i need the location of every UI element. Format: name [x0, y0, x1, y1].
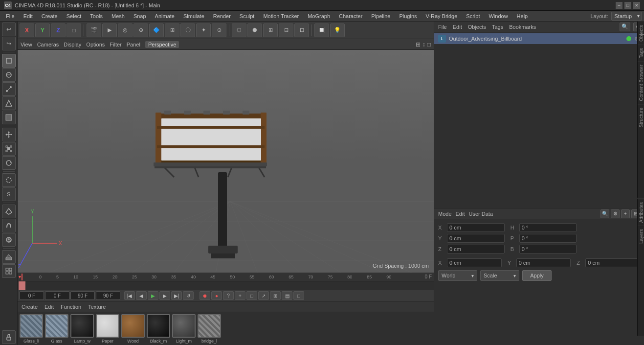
world-dropdown[interactable]: World	[438, 270, 477, 281]
vtab-structure[interactable]: Structure	[638, 104, 644, 131]
goto-end-button[interactable]: ▶|	[171, 291, 182, 300]
viewport-uv-button[interactable]: ⊡	[294, 23, 309, 37]
z2-field[interactable]: 0 cm	[585, 258, 640, 267]
viewport-side-button[interactable]: ⊟	[279, 23, 293, 37]
timeline-playhead[interactable]	[19, 281, 25, 290]
menu-select[interactable]: Select	[63, 12, 86, 20]
x2-field[interactable]: 0 cm	[447, 258, 502, 267]
grid-button[interactable]	[2, 264, 16, 278]
attr-search-icon[interactable]: 🔍	[600, 209, 609, 218]
record-button[interactable]: 🎬	[87, 23, 101, 37]
object-visible-dot[interactable]	[626, 36, 631, 41]
render-to-picture-button[interactable]: 💡	[330, 23, 345, 37]
material-glass-li[interactable]: Glass_li	[20, 314, 43, 344]
bend-button[interactable]: S	[2, 233, 16, 247]
obj-bookmarks-menu[interactable]: Bookmarks	[507, 24, 538, 30]
y-mode-button[interactable]: Y	[35, 23, 50, 37]
menu-vray[interactable]: V-Ray Bridge	[422, 12, 462, 20]
menu-sculpt[interactable]: Sculpt	[236, 12, 259, 20]
mat-texture-menu[interactable]: Texture	[86, 304, 108, 310]
menu-tools[interactable]: Tools	[86, 12, 107, 20]
layout-dropdown[interactable]: Startup ▾	[611, 12, 642, 21]
menu-mograph[interactable]: MoGraph	[304, 12, 334, 20]
x-pos-field[interactable]: 0 cm	[447, 223, 505, 232]
attr-user-data-menu[interactable]: User Data	[469, 211, 493, 217]
h-rot-field[interactable]: 0 °	[519, 223, 577, 232]
camera7-button[interactable]: ✦	[196, 23, 211, 37]
all-axis-button[interactable]: □	[67, 23, 81, 37]
menu-simulate[interactable]: Simulate	[179, 12, 208, 20]
vtab-objects[interactable]: Objects	[638, 22, 644, 45]
z-mode-button[interactable]: Z	[51, 23, 66, 37]
menu-help[interactable]: Help	[513, 12, 532, 20]
p-rot-field[interactable]: 0 °	[519, 234, 577, 243]
current-frame-field[interactable]: 0 F	[45, 291, 69, 300]
play-button[interactable]: ▶	[148, 291, 158, 300]
y-pos-field[interactable]: 0 cm	[447, 234, 505, 243]
attr-mode-menu[interactable]: Mode	[438, 211, 452, 217]
menu-character[interactable]: Character	[335, 12, 366, 20]
menu-motion-tracker[interactable]: Motion Tracker	[259, 12, 303, 20]
attr-add-icon[interactable]: +	[621, 209, 630, 218]
move-obj-button[interactable]: S	[2, 187, 16, 201]
material-black-m[interactable]: Black_m	[147, 314, 170, 344]
next-frame-button[interactable]: ▶	[159, 291, 170, 300]
menu-pipeline[interactable]: Pipeline	[367, 12, 394, 20]
menu-file[interactable]: File	[2, 12, 19, 20]
floor-icon-button[interactable]	[2, 250, 16, 264]
minimize-button[interactable]: –	[616, 2, 622, 9]
vtab-attributes[interactable]: Attributes	[638, 199, 644, 226]
live-selection-button[interactable]	[2, 173, 16, 187]
goto-start-button[interactable]: |◀	[124, 291, 135, 300]
end-frame-field2[interactable]: 90 F	[96, 291, 120, 300]
points-mode-button[interactable]	[2, 82, 16, 96]
help-button[interactable]: ?	[223, 291, 234, 300]
menu-create[interactable]: Create	[38, 12, 62, 20]
viewport-menu-view[interactable]: View	[21, 42, 32, 47]
camera5-button[interactable]: ⊞	[165, 23, 179, 37]
menu-plugins[interactable]: Plugins	[395, 12, 421, 20]
material-light-m[interactable]: Light_m	[172, 314, 196, 344]
magnet-button[interactable]	[2, 219, 16, 232]
model-mode-button[interactable]	[2, 54, 16, 68]
camera2-button[interactable]: ◎	[118, 23, 133, 37]
viewport-menu-display[interactable]: Display	[64, 42, 81, 47]
viewport-close-icon[interactable]: □	[427, 41, 431, 48]
texture-mode-button[interactable]	[2, 68, 16, 82]
motion-clip-button[interactable]: □	[246, 291, 257, 300]
camera8-button[interactable]: ⊙	[212, 23, 226, 37]
camera3-button[interactable]: ⊕	[133, 23, 148, 37]
3d-scene[interactable]: X Y Z Grid Spacing : 1000 cm	[18, 50, 434, 273]
vtab-layers[interactable]: Layers	[638, 226, 644, 247]
material-glass[interactable]: Glass	[45, 314, 68, 344]
menu-animate[interactable]: Animate	[151, 12, 178, 20]
attr-settings-icon[interactable]: ⚙	[611, 209, 620, 218]
viewport-menu-panel[interactable]: Panel	[127, 42, 140, 47]
track-manager-button[interactable]: ▤	[282, 291, 292, 300]
menu-edit[interactable]: Edit	[20, 12, 37, 20]
menu-render[interactable]: Render	[209, 12, 235, 20]
vtab-tags[interactable]: Tags	[638, 45, 644, 61]
menu-window[interactable]: Window	[485, 12, 511, 20]
material-lamp-w[interactable]: Lamp_w	[70, 314, 94, 344]
fcurve-button[interactable]: ↗	[258, 291, 269, 300]
maximize-button[interactable]: □	[624, 2, 631, 9]
menu-snap[interactable]: Snap	[130, 12, 150, 20]
menu-script[interactable]: Script	[462, 12, 484, 20]
b-rot-field[interactable]: 0 °	[519, 245, 577, 253]
material-wood[interactable]: Wood	[121, 314, 145, 344]
viewport-menu-filter[interactable]: Filter	[110, 42, 121, 47]
camera6-button[interactable]: 〇	[180, 23, 195, 37]
material-bridge-l[interactable]: bridge_l	[198, 314, 221, 344]
obj-objects-menu[interactable]: Objects	[466, 24, 488, 30]
end-frame-field[interactable]: 90 F	[70, 291, 95, 300]
obj-search-icon[interactable]: 🔍	[620, 23, 630, 31]
start-frame-field[interactable]: 0 F	[20, 291, 44, 300]
attr-edit-menu[interactable]: Edit	[456, 211, 465, 217]
camera4-button[interactable]: 🔷	[149, 23, 164, 37]
object-row-billboard[interactable]: L Outdoor_Advertising_Billboard ⚙	[434, 33, 644, 44]
prev-frame-button[interactable]: ◀	[136, 291, 147, 300]
undo-button[interactable]: ↩	[2, 23, 16, 36]
obj-edit-menu[interactable]: Edit	[451, 24, 464, 30]
apply-button[interactable]: Apply	[522, 270, 552, 281]
